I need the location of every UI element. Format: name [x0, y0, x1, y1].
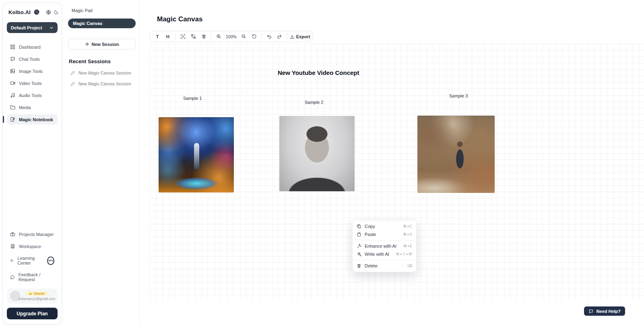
sample-2-label[interactable]: Sample 2 [305, 100, 323, 105]
pencil-icon [70, 70, 75, 75]
logo-row: Kolbo.AI [7, 8, 58, 16]
man-on-stone-ruins-image[interactable] [417, 116, 495, 193]
pencil-icon [70, 81, 75, 86]
image-icon [10, 68, 15, 74]
project-selector-label: Default Project [11, 25, 42, 30]
sidebar-item-media[interactable]: Media [7, 102, 58, 112]
brain-logo-icon [33, 9, 40, 16]
rotate-icon [252, 34, 257, 39]
trash-icon [357, 263, 361, 268]
plus-icon [85, 42, 89, 46]
learning-progress-badge: 66% [47, 257, 54, 265]
audio-icon [10, 93, 15, 98]
context-menu-item-enhance-with-ai[interactable]: Enhance with AI ⌘+E [353, 242, 416, 250]
session-label: New Magic Canvas Session [78, 81, 131, 86]
undo-icon [266, 34, 272, 39]
dashboard-icon [10, 44, 15, 50]
export-label: Export [296, 34, 310, 39]
crown-icon [29, 292, 32, 295]
sidebar-item-label: Dashboard [19, 45, 41, 50]
canvas-heading[interactable]: New Youtube Video Concept [278, 69, 359, 76]
user-account-card[interactable]: Owner zoharvan12@gmail.com ˆ [7, 288, 58, 304]
sidebar-item-label: Audio Tools [19, 93, 42, 98]
sidebar-item-feedback[interactable]: Feedback / Request [7, 270, 58, 284]
context-menu: Copy ⌘+C Paste ⌘+V Enhance with AI ⌘+E W… [352, 220, 417, 272]
sidebar-item-label: Magic Notebook [19, 117, 53, 122]
download-icon [290, 34, 295, 39]
chat-icon [10, 56, 15, 62]
language-globe-icon[interactable] [46, 8, 51, 16]
zoom-level: 100% [224, 34, 238, 39]
copy-icon [357, 224, 361, 229]
recent-sessions-title: Recent Sessions [68, 58, 136, 64]
context-menu-item-paste[interactable]: Paste ⌘+V [353, 230, 416, 238]
wand-icon [357, 244, 361, 248]
add-heading-button[interactable]: H [163, 32, 173, 41]
session-list-item[interactable]: New Magic Canvas Session [68, 70, 136, 75]
dark-mode-moon-icon[interactable] [54, 8, 59, 16]
sidebar-item-dashboard[interactable]: Dashboard [7, 42, 58, 52]
sidebar-item-chat-tools[interactable]: Chat Tools [7, 54, 58, 64]
main-area: Magic Canvas T H 100% [140, 0, 644, 327]
zoom-out-icon [241, 34, 246, 39]
sidebar-item-learning-center[interactable]: Learning Center 66% [7, 253, 58, 268]
owner-role-badge: Owner [26, 291, 47, 296]
scan-select-icon [180, 34, 186, 39]
session-label: New Magic Canvas Session [78, 70, 131, 75]
sample-1-label[interactable]: Sample 1 [183, 96, 202, 101]
magic-canvas-grid[interactable]: New Youtube Video Concept Sample 1 Sampl… [150, 43, 644, 301]
collapse-caret-icon: ˆ [53, 291, 54, 295]
brand-logo: Kolbo.AI [8, 9, 31, 15]
zoom-out-button[interactable] [239, 32, 249, 41]
need-help-button[interactable]: Need Help? [584, 306, 625, 316]
sidebar-item-audio-tools[interactable]: Audio Tools [7, 90, 58, 100]
session-panel: Magic Pad Magic Canvas New Session Recen… [64, 0, 140, 327]
feedback-icon [10, 275, 15, 280]
sidebar-item-video-tools[interactable]: Video Tools [7, 78, 58, 88]
select-region-button[interactable] [178, 32, 188, 41]
help-chat-icon [588, 309, 593, 314]
workspace-icon [10, 244, 15, 249]
chevron-down-icon [50, 26, 54, 30]
workflow-nodes-icon [191, 34, 196, 39]
context-menu-item-write-with-ai[interactable]: Write with AI ⌘+⇧+W [353, 250, 416, 258]
ai-robot-collage-image[interactable] [159, 117, 234, 192]
sidebar-item-label: Media [19, 105, 31, 110]
need-help-label: Need Help? [596, 309, 621, 314]
sidebar-item-label: Feedback / Request [19, 272, 54, 282]
project-selector[interactable]: Default Project [7, 22, 58, 33]
sidebar-item-label: Projects Manager [19, 232, 54, 237]
user-email: zoharvan12@gmail.com [19, 297, 56, 301]
sidebar-item-image-tools[interactable]: Image Tools [7, 66, 58, 76]
video-icon [10, 81, 15, 86]
panel-item-magic-pad[interactable]: Magic Pad [68, 6, 136, 15]
panel-item-magic-canvas[interactable]: Magic Canvas [68, 19, 136, 28]
redo-icon [277, 34, 282, 39]
sidebar-item-projects-manager[interactable]: Projects Manager [7, 229, 58, 239]
redo-button[interactable] [275, 32, 285, 41]
session-list-item[interactable]: New Magic Canvas Session [68, 81, 136, 86]
flow-connect-button[interactable] [188, 32, 198, 41]
delete-button[interactable] [199, 32, 208, 41]
sidebar-item-magic-notebook[interactable]: Magic Notebook [7, 114, 58, 124]
zoom-in-button[interactable] [214, 32, 223, 41]
undo-button[interactable] [264, 32, 274, 41]
new-session-label: New Session [92, 42, 119, 47]
sidebar: Kolbo.AI Default Project Dashboard Chat … [2, 2, 62, 325]
bw-portrait-man-image[interactable] [279, 116, 355, 191]
context-menu-item-copy[interactable]: Copy ⌘+C [353, 222, 416, 230]
reset-view-button[interactable] [250, 32, 259, 41]
notebook-icon [10, 117, 15, 122]
trash-icon [201, 34, 206, 39]
sample-3-label[interactable]: Sample 3 [449, 93, 468, 98]
sidebar-item-label: Image Tools [19, 69, 43, 74]
sidebar-item-workspace[interactable]: Workspace [7, 241, 58, 251]
upgrade-plan-button[interactable]: Upgrade Plan [7, 308, 58, 319]
add-text-button[interactable]: T [153, 32, 162, 41]
export-button[interactable]: Export [290, 32, 310, 41]
sidebar-footer-nav: Projects Manager Workspace Learning Cent… [7, 229, 58, 284]
media-folder-icon [10, 105, 15, 110]
context-menu-item-delete[interactable]: Delete ⌫ [353, 262, 416, 270]
new-session-button[interactable]: New Session [68, 39, 136, 50]
zoom-in-icon [216, 34, 221, 39]
